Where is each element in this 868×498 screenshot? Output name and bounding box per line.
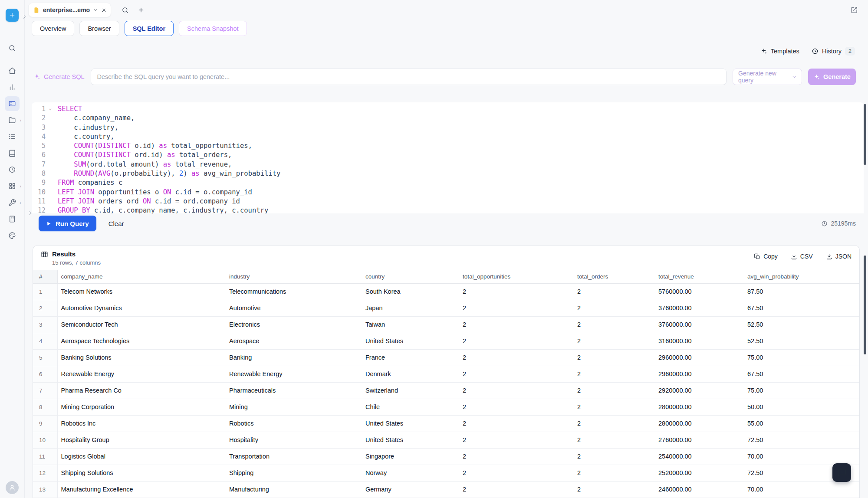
data-cell[interactable]: 2800000.00 <box>655 415 744 432</box>
data-cell[interactable]: 5760000.00 <box>655 283 744 300</box>
table-row[interactable]: 10Hospitality GroupHospitalityUnited Sta… <box>33 432 859 448</box>
data-cell[interactable]: 2520000.00 <box>655 465 744 481</box>
code-line[interactable]: COUNT(DISTINCT ord.id) as total_orders, <box>58 151 864 160</box>
data-cell[interactable]: Japan <box>362 300 459 316</box>
row-index-cell[interactable]: 1 <box>33 283 57 300</box>
data-cell[interactable]: Hospitality <box>226 432 362 448</box>
data-cell[interactable]: 2 <box>459 465 574 481</box>
data-cell[interactable]: 2 <box>574 465 655 481</box>
sidebar-item-apps[interactable]: › <box>5 179 20 193</box>
table-row[interactable]: 13Manufacturing ExcellenceManufacturingG… <box>33 481 859 498</box>
data-cell[interactable]: 2 <box>574 333 655 349</box>
data-cell[interactable]: 2 <box>459 316 574 333</box>
data-cell[interactable]: 2 <box>574 300 655 316</box>
generate-sql-input[interactable] <box>91 69 727 85</box>
code-line[interactable]: c.industry, <box>58 123 864 132</box>
code-line[interactable]: SUM(ord.total_amount) as total_revenue, <box>58 160 864 169</box>
data-cell[interactable]: 2 <box>459 349 574 366</box>
data-cell[interactable]: 52.50 <box>744 316 859 333</box>
code-line[interactable]: c.country, <box>58 132 864 141</box>
data-cell[interactable]: United States <box>362 432 459 448</box>
row-index-cell[interactable]: 8 <box>33 399 57 415</box>
column-header[interactable]: total_opportunities <box>459 270 574 283</box>
code-line[interactable]: SELECT <box>58 105 864 114</box>
sidebar-item-theme[interactable] <box>5 228 20 243</box>
column-header[interactable]: company_name <box>57 270 226 283</box>
data-cell[interactable]: 2800000.00 <box>655 399 744 415</box>
column-header[interactable]: country <box>362 270 459 283</box>
data-cell[interactable]: 70.00 <box>744 481 859 498</box>
data-cell[interactable]: 2 <box>459 432 574 448</box>
data-cell[interactable]: 2 <box>459 399 574 415</box>
new-tab-button[interactable] <box>138 7 145 13</box>
data-cell[interactable]: 55.00 <box>744 415 859 432</box>
row-index-cell[interactable]: 7 <box>33 382 57 399</box>
table-row[interactable]: 9Robotics IncRoboticsUnited States222800… <box>33 415 859 432</box>
code-line[interactable]: ROUND(AVG(o.probability), 2) as avg_win_… <box>58 169 864 178</box>
data-cell[interactable]: Banking Solutions <box>57 349 226 366</box>
data-cell[interactable]: Mining Corporation <box>57 399 226 415</box>
sidebar-item-docs[interactable] <box>5 146 20 161</box>
data-cell[interactable]: 2960000.00 <box>655 366 744 382</box>
table-row[interactable]: 6Renewable EnergyRenewable EnergyDenmark… <box>33 366 859 382</box>
sidebar-item-history[interactable] <box>5 162 20 177</box>
chevron-down-icon[interactable] <box>93 7 98 13</box>
code-line[interactable]: c.company_name, <box>58 114 864 123</box>
data-cell[interactable]: 2 <box>459 382 574 399</box>
generate-mode-select[interactable]: Generate new query <box>733 69 802 85</box>
data-cell[interactable]: Denmark <box>362 366 459 382</box>
data-cell[interactable]: 87.50 <box>744 283 859 300</box>
data-cell[interactable]: 75.00 <box>744 382 859 399</box>
row-index-cell[interactable]: 6 <box>33 366 57 382</box>
data-cell[interactable]: 2 <box>574 316 655 333</box>
clear-button[interactable]: Clear <box>108 220 124 227</box>
data-cell[interactable]: Automotive Dynamics <box>57 300 226 316</box>
data-cell[interactable]: 2540000.00 <box>655 448 744 465</box>
tab-overview[interactable]: Overview <box>32 21 74 36</box>
export-json-button[interactable]: JSON <box>826 253 852 260</box>
data-cell[interactable]: Switzerland <box>362 382 459 399</box>
data-cell[interactable]: Aerospace <box>226 333 362 349</box>
data-cell[interactable]: 2 <box>459 283 574 300</box>
close-tab-icon[interactable] <box>101 7 107 13</box>
row-index-cell[interactable]: 11 <box>33 448 57 465</box>
data-cell[interactable]: United States <box>362 415 459 432</box>
data-cell[interactable]: 2 <box>574 399 655 415</box>
code-lines[interactable]: SELECT c.company_name, c.industry, c.cou… <box>53 102 864 213</box>
data-cell[interactable]: 2 <box>574 382 655 399</box>
table-row[interactable]: 4Aerospace TechnologiesAerospaceUnited S… <box>33 333 859 349</box>
data-cell[interactable]: South Korea <box>362 283 459 300</box>
data-cell[interactable]: Telecommunications <box>226 283 362 300</box>
data-cell[interactable]: 2920000.00 <box>655 382 744 399</box>
results-scrollbar-thumb[interactable] <box>864 256 866 354</box>
sidebar-collapse-handle[interactable] <box>22 14 27 20</box>
editor-scrollbar-thumb[interactable] <box>864 104 866 165</box>
sidebar-item-charts[interactable] <box>5 80 20 95</box>
data-cell[interactable]: 2760000.00 <box>655 432 744 448</box>
sidebar-item-organization[interactable] <box>5 212 20 226</box>
tab-browser[interactable]: Browser <box>79 21 119 36</box>
data-cell[interactable]: Shipping <box>226 465 362 481</box>
data-cell[interactable]: 52.50 <box>744 333 859 349</box>
data-cell[interactable]: 2 <box>574 366 655 382</box>
data-cell[interactable]: 67.50 <box>744 300 859 316</box>
table-row[interactable]: 7Pharma Research CoPharmaceuticalsSwitze… <box>33 382 859 399</box>
templates-button[interactable]: Templates <box>760 48 799 55</box>
history-button[interactable]: History 2 <box>812 47 855 56</box>
data-cell[interactable]: Norway <box>362 465 459 481</box>
new-resource-button[interactable] <box>6 9 19 22</box>
table-row[interactable]: 1Telecom NetworksTelecommunicationsSouth… <box>33 283 859 300</box>
row-index-cell[interactable]: 10 <box>33 432 57 448</box>
data-cell[interactable]: 2 <box>574 283 655 300</box>
column-header[interactable]: industry <box>226 270 362 283</box>
data-cell[interactable]: Banking <box>226 349 362 366</box>
export-csv-button[interactable]: CSV <box>791 253 813 260</box>
data-cell[interactable]: Germany <box>362 481 459 498</box>
data-cell[interactable]: 3760000.00 <box>655 316 744 333</box>
data-cell[interactable]: 2460000.00 <box>655 481 744 498</box>
data-cell[interactable]: 72.50 <box>744 432 859 448</box>
data-cell[interactable]: United States <box>362 333 459 349</box>
data-cell[interactable]: 2960000.00 <box>655 349 744 366</box>
data-cell[interactable]: 67.50 <box>744 366 859 382</box>
data-cell[interactable]: France <box>362 349 459 366</box>
